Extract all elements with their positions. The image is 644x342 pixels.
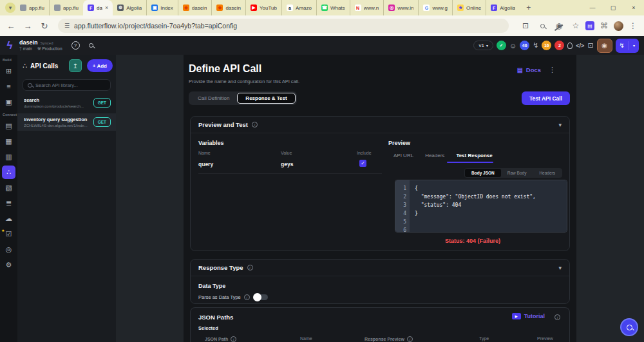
maximize-button[interactable]: ▢ [603, 5, 623, 11]
cast-icon[interactable]: ⊡ [518, 21, 533, 30]
collapse-chevron-icon[interactable]: ▾ [558, 122, 562, 128]
back-icon[interactable]: ← [3, 21, 19, 31]
environment-name[interactable]: ⚒ Production [37, 46, 62, 51]
browser-tab[interactable]: ☎ Whats [316, 0, 350, 15]
test-api-call-button[interactable]: Test API Call [522, 91, 570, 105]
tab-headers[interactable]: Headers [425, 153, 444, 158]
browser-tab[interactable]: a Amazo [281, 0, 316, 15]
branch-name[interactable]: ᛉ main [19, 46, 32, 51]
tab-search-chevron-icon[interactable]: ▾ [5, 3, 15, 13]
warnings-count-badge[interactable]: 16 [542, 41, 551, 50]
eye-off-icon[interactable]: ◉ [552, 21, 566, 30]
info-icon[interactable]: i [252, 122, 258, 128]
url-text[interactable]: app.flutterflow.io/project/dasein-7oa4yb… [74, 22, 237, 30]
rail-icon-database[interactable]: ▤ [2, 119, 15, 133]
browser-tab[interactable]: ◆ dasein [178, 0, 212, 15]
parse-data-type-toggle[interactable] [253, 293, 269, 301]
info-icon[interactable]: i [554, 314, 560, 320]
url-bar[interactable]: ☰ app.flutterflow.io/project/dasein-7oa4… [58, 19, 509, 33]
add-api-button[interactable]: + Add [87, 59, 113, 72]
info-icon[interactable]: i [247, 265, 253, 271]
assistant-icon[interactable]: ☺ [509, 42, 516, 50]
reload-icon[interactable]: ↻ [36, 21, 53, 31]
rail-icon-settings[interactable]: ⚙ [2, 258, 15, 272]
rail-icon-api-calls[interactable]: ∴ [2, 166, 15, 179]
info-icon[interactable]: i [231, 336, 236, 342]
tab-label: Online [466, 5, 481, 11]
browser-tab[interactable]: app.flu [49, 0, 83, 15]
api-list-item-selected[interactable]: inventory query suggestion ZCHLW8L4S-dsn… [17, 113, 116, 131]
subtab-headers[interactable]: Headers [533, 169, 562, 177]
browser-tab[interactable]: F Algolia [486, 0, 520, 15]
flutterflow-logo[interactable]: ϟ [0, 39, 19, 52]
actions-count-badge[interactable]: 46 [520, 41, 529, 50]
site-settings-icon[interactable]: ☰ [64, 23, 70, 29]
browser-tab[interactable]: ◎ www.in [383, 0, 418, 15]
extension-icon[interactable]: ▤ [585, 21, 594, 30]
errors-count-badge[interactable]: 2 [554, 41, 564, 50]
zoom-fab-button[interactable] [620, 318, 638, 336]
response-code-editor[interactable]: 1 2 3 4 5 6 { "message": "ObjectID does … [395, 180, 567, 233]
rail-icon-components[interactable]: ▣ [2, 95, 15, 109]
tab-close-icon[interactable]: × [105, 5, 108, 11]
rail-icon-widget-tree[interactable]: ≡ [2, 80, 15, 93]
tutorial-link[interactable]: ▶ Tutorial [512, 313, 545, 319]
browser-tab[interactable]: G www.g [418, 0, 452, 15]
collapse-chevron-icon[interactable]: ▾ [558, 265, 562, 271]
sync-check-badge[interactable]: ✓ [497, 41, 506, 50]
version-dropdown[interactable]: v1 ▾ [473, 41, 493, 50]
card-header[interactable]: Response Type i ▾ [191, 260, 569, 276]
rail-icon-theme[interactable]: ◎ [2, 243, 15, 256]
tab-response-and-test[interactable]: Response & Test [237, 93, 295, 104]
info-icon[interactable]: i [407, 336, 413, 342]
minimize-button[interactable]: — [582, 5, 603, 11]
browser-tab-active[interactable]: F da × [83, 0, 113, 15]
tab-test-response[interactable]: Test Response [456, 153, 492, 158]
new-tab-button[interactable]: + [520, 3, 537, 12]
browser-tab[interactable]: app.flu [15, 0, 49, 15]
browser-tab[interactable]: ★ Online [452, 0, 486, 15]
browser-tab[interactable]: ◆ dasein [211, 0, 245, 15]
browser-menu-icon[interactable]: ⋮ [626, 21, 640, 30]
import-api-button[interactable]: ↥ [69, 59, 82, 72]
global-search-icon[interactable] [89, 42, 93, 49]
variable-value[interactable]: geys [281, 161, 293, 167]
rail-icon-media-assets[interactable]: ▧ [2, 181, 15, 195]
run-button[interactable]: ↯ ▾ [616, 39, 639, 53]
open-in-new-icon[interactable]: ⊡ [587, 41, 593, 50]
help-icon[interactable]: ? [71, 41, 80, 50]
bug-icon[interactable] [567, 40, 573, 52]
rail-icon-app-state[interactable]: ▥ [2, 150, 15, 164]
browser-tab[interactable]: ▶ YouTub [245, 0, 281, 15]
docs-link[interactable]: ▤ Docs [517, 66, 541, 73]
tab-api-url[interactable]: API URL [393, 153, 413, 158]
rail-icon-dashboard[interactable]: ⊞ [2, 64, 15, 78]
rail-icon-cloud-functions[interactable]: ☁ [2, 212, 15, 225]
kebab-menu-icon[interactable]: ⋮ [549, 66, 556, 74]
api-list-item[interactable]: search dummyjson.com/products/search... … [17, 94, 116, 111]
browser-tab[interactable]: ⚙ Algolia [113, 0, 146, 15]
code-view-icon[interactable]: </> [576, 43, 584, 49]
tab-call-definition[interactable]: Call Definition [190, 95, 237, 101]
google-favicon: G [423, 5, 430, 11]
chevron-down-icon[interactable]: ▾ [633, 43, 635, 48]
window-close-button[interactable]: × [623, 5, 644, 11]
profile-avatar[interactable] [614, 21, 623, 31]
subtab-body-json[interactable]: Body JSON [465, 169, 501, 177]
card-header[interactable]: Preview and Test i ▾ [191, 117, 569, 133]
preview-eye-button[interactable]: ◉ [597, 39, 612, 53]
search-icon[interactable] [535, 21, 549, 30]
flash-icon[interactable]: ↯ [533, 41, 538, 50]
rail-icon-data-types[interactable]: ▦ [2, 135, 15, 148]
rail-icon-custom-code[interactable]: ≣ [2, 196, 15, 210]
extensions-puzzle-icon[interactable]: ⌘ [597, 21, 611, 30]
forward-icon[interactable]: → [19, 21, 36, 31]
subtab-raw-body[interactable]: Raw Body [501, 169, 533, 177]
bookmark-star-icon[interactable]: ☆ [569, 21, 583, 30]
include-checkbox[interactable]: ✓ [359, 160, 366, 167]
info-icon[interactable]: i [244, 294, 250, 300]
rail-icon-app-testing[interactable]: ★☑ [2, 227, 15, 241]
browser-tab[interactable]: N www.n [350, 0, 384, 15]
api-search-input[interactable]: Search API library... [23, 79, 111, 91]
browser-tab[interactable]: ▣ Index [146, 0, 178, 15]
